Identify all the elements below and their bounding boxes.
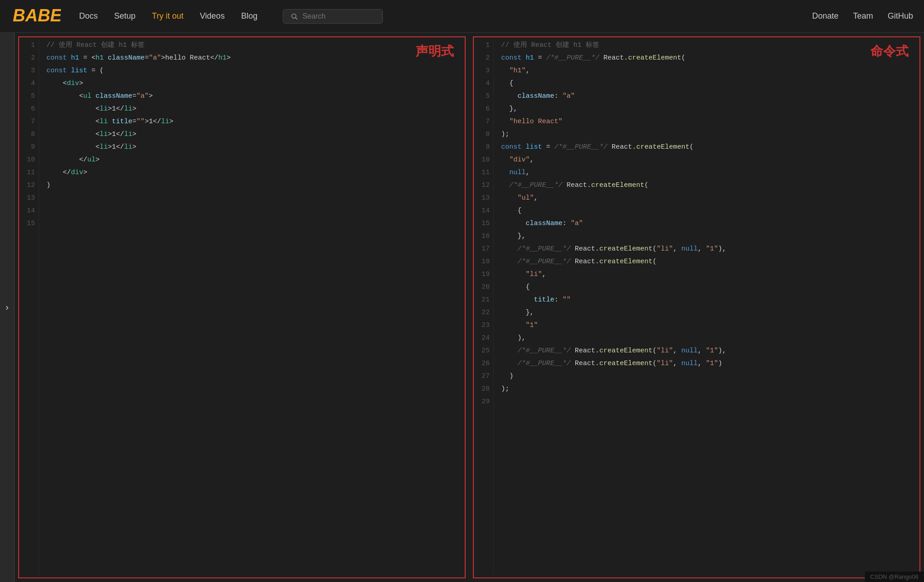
code-line: className: "a" <box>501 217 912 230</box>
logo: BABEL <box>11 5 61 27</box>
code-line: "div", <box>501 154 912 166</box>
code-line: </ul> <box>46 154 457 166</box>
nav-team[interactable]: Team <box>853 11 873 21</box>
code-line: "ul", <box>501 192 912 205</box>
line-number: 15 <box>23 217 35 230</box>
nav-tryitout[interactable]: Try it out <box>152 11 183 21</box>
nav-github[interactable]: GitHub <box>888 11 913 21</box>
code-line: <div> <box>46 77 457 90</box>
line-number: 26 <box>477 357 490 370</box>
code-line: // 使用 React 创建 h1 标签 <box>501 39 912 52</box>
line-number: 14 <box>23 205 35 217</box>
chevron-right-icon: › <box>4 302 10 313</box>
line-number: 7 <box>23 115 35 128</box>
line-number: 20 <box>477 281 490 294</box>
code-line: <ul className="a"> <box>46 90 457 103</box>
line-number: 11 <box>477 166 490 179</box>
code-line: const list = /*#__PURE__*/ React.createE… <box>501 141 912 154</box>
line-number: 2 <box>23 52 35 65</box>
line-number: 5 <box>23 90 35 103</box>
nav-videos[interactable]: Videos <box>200 11 225 21</box>
nav-docs[interactable]: Docs <box>79 11 98 21</box>
line-number: 29 <box>477 396 490 408</box>
line-number: 8 <box>477 128 490 141</box>
line-number: 8 <box>23 128 35 141</box>
search-input[interactable] <box>302 12 375 20</box>
line-number: 28 <box>477 383 490 396</box>
code-lines-left[interactable]: // 使用 React 创建 h1 标签const h1 = <h1 class… <box>39 39 465 576</box>
code-line: "h1", <box>501 65 912 77</box>
code-lines-right[interactable]: // 使用 React 创建 h1 标签const h1 = /*#__PURE… <box>494 39 919 576</box>
main-content: › 声明式 123456789101112131415 // 使用 React … <box>0 33 924 582</box>
code-line: <li>1</li> <box>46 141 457 154</box>
code-line: <li>1</li> <box>46 103 457 115</box>
code-line: "1" <box>501 319 912 332</box>
line-number: 5 <box>477 90 490 103</box>
line-number: 11 <box>23 166 35 179</box>
footer: CSDN @Rango06 <box>865 572 924 582</box>
sidebar-toggle[interactable]: › <box>0 33 15 582</box>
code-line: <li>1</li> <box>46 128 457 141</box>
line-number: 23 <box>477 319 490 332</box>
search-box[interactable] <box>283 9 383 24</box>
code-line: const list = ( <box>46 65 457 77</box>
line-number: 2 <box>477 52 490 65</box>
code-line: /*#__PURE__*/ React.createElement( <box>501 256 912 268</box>
code-line: const h1 = /*#__PURE__*/ React.createEle… <box>501 52 912 65</box>
line-number: 25 <box>477 345 490 357</box>
code-line: ) <box>46 179 457 192</box>
line-number: 19 <box>477 268 490 281</box>
code-line: /*#__PURE__*/ React.createElement("li", … <box>501 357 912 370</box>
line-number: 1 <box>23 39 35 52</box>
line-number: 9 <box>477 141 490 154</box>
line-number: 10 <box>477 154 490 166</box>
line-number: 6 <box>477 103 490 115</box>
line-number: 24 <box>477 332 490 345</box>
nav-donate[interactable]: Donate <box>812 11 839 21</box>
line-number: 6 <box>23 103 35 115</box>
line-number: 12 <box>23 179 35 192</box>
code-line: /*#__PURE__*/ React.createElement("li", … <box>501 345 912 357</box>
line-number: 1 <box>477 39 490 52</box>
line-numbers-right: 1234567891011121314151617181920212223242… <box>474 39 494 576</box>
svg-point-1 <box>292 14 296 18</box>
code-line: }, <box>501 306 912 319</box>
navbar: BABEL Docs Setup Try it out Videos Blog … <box>0 0 924 33</box>
panel-imperative: 命令式 123456789101112131415161718192021222… <box>473 36 920 578</box>
line-number: 16 <box>477 230 490 243</box>
code-line: }, <box>501 230 912 243</box>
code-line: null, <box>501 166 912 179</box>
code-line: // 使用 React 创建 h1 标签 <box>46 39 457 52</box>
code-line: { <box>501 205 912 217</box>
line-number: 22 <box>477 306 490 319</box>
code-line: ) <box>501 370 912 383</box>
code-line: title: "" <box>501 294 912 306</box>
nav-blog[interactable]: Blog <box>241 11 257 21</box>
line-number: 18 <box>477 256 490 268</box>
code-line: ), <box>501 332 912 345</box>
line-number: 21 <box>477 294 490 306</box>
line-number: 4 <box>23 77 35 90</box>
line-number: 7 <box>477 115 490 128</box>
line-number: 3 <box>23 65 35 77</box>
code-line: ); <box>501 128 912 141</box>
line-number: 13 <box>477 192 490 205</box>
line-number: 17 <box>477 243 490 256</box>
line-number: 9 <box>23 141 35 154</box>
line-number: 14 <box>477 205 490 217</box>
line-number: 3 <box>477 65 490 77</box>
code-line: "hello React" <box>501 115 912 128</box>
code-area-left: 123456789101112131415 // 使用 React 创建 h1 … <box>19 37 465 577</box>
code-line: /*#__PURE__*/ React.createElement("li", … <box>501 243 912 256</box>
code-line: "li", <box>501 268 912 281</box>
code-panels: 声明式 123456789101112131415 // 使用 React 创建… <box>15 33 924 582</box>
line-number: 15 <box>477 217 490 230</box>
line-number: 10 <box>23 154 35 166</box>
line-number: 4 <box>477 77 490 90</box>
code-line: ); <box>501 383 912 396</box>
code-line: const h1 = <h1 className="a">hello React… <box>46 52 457 65</box>
panel-declarative: 声明式 123456789101112131415 // 使用 React 创建… <box>18 36 466 578</box>
nav-setup[interactable]: Setup <box>114 11 136 21</box>
code-line: className: "a" <box>501 90 912 103</box>
svg-line-2 <box>296 18 297 20</box>
